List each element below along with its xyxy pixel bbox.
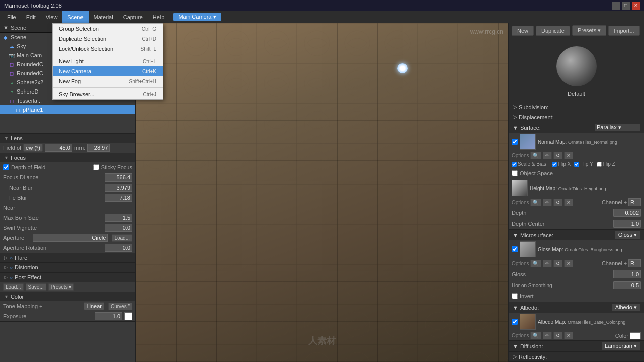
dof-checkbox[interactable] [3,164,9,170]
distortion-section-header[interactable]: ▷ ○ Distortion [0,263,135,272]
albedo-header[interactable]: ▼ Albedo: Albedo ▾ [509,302,644,313]
subdivision-header[interactable]: ▷ Subdivision: [509,102,644,112]
focus-dist-input[interactable] [105,173,132,182]
normal-map-thumb[interactable] [520,134,536,150]
normal-remove-btn[interactable]: ✕ [564,152,573,159]
post-effect-section-header[interactable]: ▷ ○ Post Effect [0,273,135,282]
height-edit-btn[interactable]: ✏ [543,199,552,206]
swirl-input[interactable] [105,224,132,232]
albedo-map-thumb[interactable] [520,314,536,330]
geo-icon-3: ◻ [8,97,15,104]
height-channel-input[interactable] [628,198,641,206]
depth-center-input[interactable] [613,220,641,228]
post-effect-save-button[interactable]: Save... [26,283,46,291]
aperture-load-button[interactable]: Load... [112,234,132,242]
menu-view[interactable]: View [41,11,63,23]
aperture-input[interactable] [33,234,108,242]
flare-section-header[interactable]: ▷ ○ Flare [0,253,135,262]
sticky-focus-checkbox[interactable] [93,164,99,170]
albedo-map-checkbox[interactable] [512,319,518,325]
curves-button[interactable]: Curves " [108,303,132,310]
gloss-channel-input[interactable] [628,259,641,267]
far-blur-input[interactable] [105,194,132,202]
displacement-header[interactable]: ▷ Displacement: [509,112,644,122]
close-button[interactable]: ✕ [632,2,640,10]
dropdown-lock-unlock[interactable]: Lock/Unlock Selection Shift+L [53,44,163,54]
height-map-thumb[interactable] [512,180,528,196]
depth-input[interactable] [613,209,641,217]
near-blur-input[interactable] [105,184,132,192]
tone-mapping-value[interactable]: Linear [84,302,104,310]
height-search-btn[interactable]: 🔍 [530,199,541,206]
viewport[interactable]: 人素材 www.rrcg.cn [136,23,508,362]
lens-section-header[interactable]: ▼ Lens [0,134,135,143]
albedo-color-swatch[interactable] [630,332,641,339]
main-camera-selector[interactable]: Main Camera ▾ [173,13,221,21]
scale-bias-checkbox[interactable] [512,162,517,167]
menu-scene[interactable]: Scene [62,11,88,23]
mm-input[interactable] [87,144,110,152]
post-effect-load-button[interactable]: Load... [3,283,24,291]
albedo-reload-btn[interactable]: ↺ [553,332,562,339]
dropdown-new-camera[interactable]: New Camera Ctrl+K [53,66,163,76]
max-bokeh-input[interactable] [105,214,132,222]
gloss-remove-btn[interactable]: ✕ [564,260,573,267]
geo-icon-2: ◻ [8,70,15,77]
new-material-button[interactable]: New [512,26,534,36]
rotation-input[interactable] [105,244,132,252]
albedo-edit-btn[interactable]: ✏ [543,332,552,339]
maximize-button[interactable]: □ [622,2,630,10]
dropdown-new-light[interactable]: New Light Ctrl+L [53,56,163,66]
normal-reload-btn[interactable]: ↺ [553,152,562,159]
flip-z-checkbox[interactable] [597,162,602,167]
color-label: Color [11,294,24,300]
color-section-header[interactable]: ▼ Color [0,292,135,301]
presets-button[interactable]: Presets ▾ [572,25,606,36]
height-reload-btn[interactable]: ↺ [553,199,562,206]
invert-checkbox[interactable] [512,293,518,299]
sphere-icon-2: ○ [8,88,15,95]
gloss-reload-btn[interactable]: ↺ [553,260,562,267]
menu-file[interactable]: File [2,11,21,23]
dropdown-sky-browser[interactable]: Sky Browser... Ctrl+J [53,89,163,99]
albedo-search-btn[interactable]: 🔍 [530,332,541,339]
gloss-edit-btn[interactable]: ✏ [543,260,552,267]
object-space-checkbox[interactable] [512,170,518,176]
fov-input[interactable] [45,144,72,152]
height-remove-btn[interactable]: ✕ [564,199,573,206]
menu-help[interactable]: Help [148,11,170,23]
normal-map-checkbox[interactable] [512,139,518,145]
tree-pplane1[interactable]: ◻ pPlane1 [0,105,135,114]
minimize-button[interactable]: — [612,2,620,10]
menu-capture[interactable]: Capture [118,11,148,23]
reflectivity-header[interactable]: ▷ Reflectivity: [509,352,644,361]
dropdown-group-selection[interactable]: Group Selection Ctrl+G [53,24,163,34]
gloss-input[interactable] [613,270,641,278]
diffusion-header[interactable]: ▼ Diffusion: Lambertian ▾ [509,341,644,351]
flip-x-checkbox[interactable] [552,162,557,167]
gloss-map-thumb[interactable] [520,241,536,257]
exposure-input[interactable] [95,312,122,320]
surface-header[interactable]: ▼ Surface: Parallax ▾ [509,122,644,133]
smoothing-input[interactable] [613,281,641,289]
albedo-mode[interactable]: Albedo ▾ [612,304,640,311]
surface-mode-selector[interactable]: Parallax ▾ [595,124,640,131]
microsurface-mode[interactable]: Gloss ▾ [615,231,640,239]
normal-edit-btn[interactable]: ✏ [543,152,552,159]
gloss-map-checkbox[interactable] [512,246,518,252]
import-button[interactable]: Import... [608,26,639,36]
dropdown-duplicate-selection[interactable]: Duplicate Selection Ctrl+D [53,34,163,44]
gloss-search-btn[interactable]: 🔍 [530,260,541,267]
diffusion-mode[interactable]: Lambertian ▾ [602,342,640,350]
dropdown-new-fog[interactable]: New Fog Shift+Ctrl+H [53,76,163,86]
microsurface-header[interactable]: ▼ Microsurface: Gloss ▾ [509,230,644,240]
menu-material[interactable]: Material [89,11,118,23]
menu-edit[interactable]: Edit [21,11,41,23]
displacement-section: ▷ Displacement: [509,112,644,122]
flip-y-checkbox[interactable] [574,162,579,167]
focus-section-header[interactable]: ▼ Focus [0,153,135,162]
normal-search-btn[interactable]: 🔍 [530,152,541,159]
post-effect-presets-button[interactable]: Presets ▾ [48,283,74,291]
albedo-remove-btn[interactable]: ✕ [564,332,573,339]
duplicate-material-button[interactable]: Duplicate [536,26,570,36]
